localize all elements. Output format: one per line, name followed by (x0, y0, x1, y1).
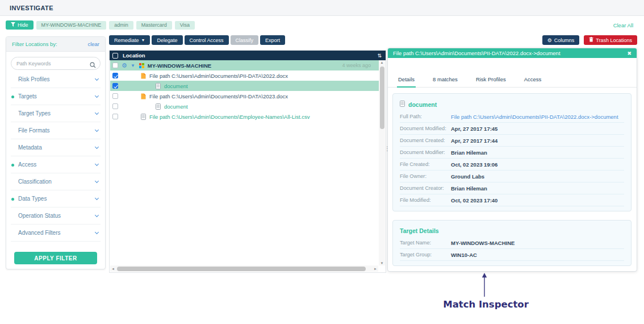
filter-chips: MY-WINDOWS-MACHINEadminMastercardVisa (36, 21, 195, 30)
export-button[interactable]: Export (260, 35, 285, 45)
delegate-button[interactable]: Delegate (152, 35, 182, 45)
sidebar-item-label: Target Types (18, 110, 95, 117)
sidebar-item-classification[interactable]: Classification (11, 173, 101, 190)
select-all-checkbox[interactable] (112, 53, 118, 59)
remediate-button[interactable]: Remediate ▼ (109, 35, 150, 45)
apply-filter-button[interactable]: APPLY FILTER (14, 252, 97, 264)
detail-label: Document Modifier: (400, 149, 451, 155)
sidebar-item-metadata[interactable]: Metadata (11, 139, 101, 156)
location-link[interactable]: File path C:\Users\Admin\Documents\PII-D… (149, 73, 288, 79)
tab-access[interactable]: Access (523, 76, 543, 87)
detail-row: Document Modifier:Brian Hileman (400, 147, 624, 159)
document-icon (156, 103, 161, 110)
sidebar-filter-list: Risk ProfilesTargetsTarget TypesFile For… (11, 71, 101, 242)
filter-chip-visa[interactable]: Visa (175, 21, 195, 30)
sidebar-item-risk-profiles[interactable]: Risk Profiles (11, 71, 101, 88)
control-access-button[interactable]: Control Access (185, 35, 229, 45)
table-row[interactable]: ⚙▼MY-WINDOWS-MACHINE4 weeks ago (110, 60, 379, 70)
detail-value: WIN10-AC (451, 252, 477, 258)
target-name-link[interactable]: MY-WINDOWS-MACHINE (148, 63, 211, 69)
sidebar-item-access[interactable]: Access (11, 156, 101, 173)
panel-resize-handle[interactable]: ⋮ (384, 146, 390, 152)
sidebar-item-label: Access (18, 161, 95, 168)
document-icon (156, 83, 161, 89)
tab-8-matches[interactable]: 8 matches (432, 76, 459, 87)
classify-button: Classify (231, 35, 259, 45)
table-row[interactable]: File path C:\Users\Admin\Documents\Emplo… (110, 111, 379, 122)
vertical-scrollbar[interactable]: ▲ ▼ (379, 60, 385, 265)
location-link[interactable]: File path C:\Users\Admin\Documents\Emplo… (149, 114, 310, 120)
table-row[interactable]: File path C:\Users\Admin\Documents\PII-D… (110, 70, 379, 81)
sidebar-item-label: Targets (18, 93, 95, 99)
detail-row: Document Created:Apr, 27 2017 17:44 (400, 135, 624, 147)
detail-value: Brian Hileman (451, 185, 487, 192)
vertical-scrollbar-thumb[interactable] (380, 67, 384, 129)
sidebar-item-operation-status[interactable]: Operation Status (11, 207, 101, 225)
tab-risk-profiles[interactable]: Risk Profiles (475, 76, 507, 87)
columns-button[interactable]: ⚙ Columns (542, 35, 580, 45)
search-input[interactable] (11, 57, 101, 70)
horizontal-scrollbar-thumb[interactable] (117, 267, 366, 271)
row-checkbox[interactable] (112, 93, 118, 99)
trash-locations-button[interactable]: Trash Locations (584, 35, 637, 45)
row-checkbox[interactable] (112, 83, 118, 89)
sidebar-item-target-types[interactable]: Target Types (11, 105, 101, 122)
horizontal-scrollbar[interactable]: ◄ ► (110, 265, 378, 272)
filter-funnel-icon (11, 22, 15, 28)
sidebar-item-label: Metadata (18, 144, 95, 151)
filter-clear-link[interactable]: clear (87, 41, 99, 47)
gear-icon[interactable]: ⚙ (122, 63, 127, 69)
collapse-caret-icon[interactable]: ▼ (131, 63, 135, 68)
row-checkbox[interactable] (112, 114, 118, 119)
table-row[interactable]: File path C:\Users\Admin\Documents\PII-D… (110, 91, 379, 101)
chevron-down-icon (95, 94, 99, 98)
hide-filters-button[interactable]: Hide (6, 20, 34, 30)
row-checkbox[interactable] (112, 63, 118, 68)
tab-details[interactable]: Details (397, 76, 416, 88)
sidebar-item-label: Risk Profiles (18, 76, 95, 82)
detail-label: File Modified: (400, 197, 451, 203)
table-row[interactable]: document (110, 101, 379, 111)
scroll-right-icon[interactable]: ► (373, 267, 378, 271)
scroll-down-icon[interactable]: ▼ (379, 261, 385, 265)
detail-row: Document Modified:Apr, 27 2017 17:45 (400, 123, 624, 135)
row-checkbox[interactable] (112, 73, 118, 78)
filter-chip-mastercard[interactable]: Mastercard (136, 21, 172, 30)
sidebar-item-advanced-filters[interactable]: Advanced Filters (11, 225, 101, 242)
location-link[interactable]: document (164, 103, 188, 110)
location-link[interactable]: document (164, 83, 188, 89)
detail-row: File Modified:Oct, 02 2023 17:40 (400, 194, 624, 206)
sidebar-item-label: File Formats (18, 127, 95, 134)
columns-label: Columns (554, 38, 575, 43)
active-filter-dot (11, 181, 14, 184)
chevron-down-icon (95, 77, 99, 81)
scroll-up-icon[interactable]: ▲ (379, 61, 385, 64)
location-link[interactable]: File path C:\Users\Admin\Documents\PII-D… (149, 93, 288, 99)
sidebar-item-data-types[interactable]: Data Types (11, 190, 101, 207)
document-icon (141, 114, 146, 120)
clear-all-link[interactable]: Clear All (613, 22, 633, 28)
detail-value-link[interactable]: File path C:\Users\Admin\Documents\PII-D… (451, 114, 618, 120)
sidebar-item-targets[interactable]: Targets (11, 88, 101, 105)
detail-row: Target Name:MY-WINDOWS-MACHINE (400, 237, 624, 249)
detail-row: File Owner:Ground Labs (400, 171, 624, 182)
close-icon[interactable]: ✖ (627, 51, 632, 56)
detail-row: Full Path:File path C:\Users\Admin\Docum… (400, 111, 624, 123)
sidebar-item-file-formats[interactable]: File Formats (11, 122, 101, 139)
chevron-down-icon (95, 179, 99, 183)
page-title: INVESTIGATE (10, 5, 53, 11)
detail-value: Oct, 02 2023 17:40 (451, 197, 497, 203)
filter-chip-admin[interactable]: admin (109, 21, 133, 30)
sidebar-item-label: Data Types (18, 196, 95, 202)
location-rows: ⚙▼MY-WINDOWS-MACHINE4 weeks agoFile path… (110, 60, 379, 122)
inspector-tabs: Details8 matchesRisk ProfilesAccess (388, 76, 637, 88)
filter-sidebar-header: Filter Locations by: clear (6, 37, 105, 52)
details-card: document Full Path:File path C:\Users\Ad… (392, 93, 632, 211)
sort-icon[interactable]: ⇅ (377, 53, 382, 59)
details-card-heading: document (400, 101, 624, 108)
scroll-left-icon[interactable]: ◄ (110, 267, 116, 271)
row-checkbox[interactable] (112, 103, 118, 109)
table-row[interactable]: document (110, 81, 379, 91)
filter-chip-my-windows-machine[interactable]: MY-WINDOWS-MACHINE (36, 21, 107, 30)
match-inspector-title: File path C:\Users\Admin\Documents\PII-D… (393, 50, 627, 56)
